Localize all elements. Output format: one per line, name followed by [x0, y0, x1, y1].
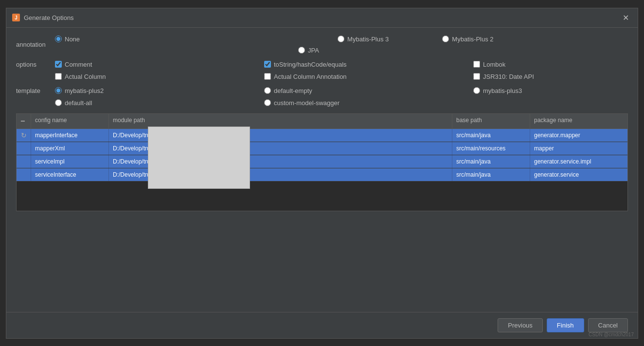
- package-name-cell: mapper: [530, 142, 627, 155]
- config-table: − config name module path base path pack…: [16, 113, 628, 211]
- option-lombok[interactable]: Lombok: [473, 61, 619, 68]
- template-row: template mybatis-plus2 default-empty myb…: [16, 87, 628, 107]
- title-bar-left: J Generate Options: [12, 14, 74, 21]
- option-lombok-checkbox[interactable]: [473, 61, 480, 68]
- template-default-all[interactable]: default-all: [55, 99, 250, 107]
- annotation-none-label: None: [65, 36, 80, 43]
- option-actual-column-annotation[interactable]: Actual Column Annotation: [264, 73, 459, 80]
- option-tostring[interactable]: toString/hashCode/equals: [264, 61, 459, 68]
- annotation-mybatisplus2-label: Mybatis-Plus 2: [452, 36, 493, 43]
- annotation-mybatisplus3-option[interactable]: Mybatis-Plus 3: [338, 36, 389, 43]
- annotation-options: None Mybatis-Plus 3 Mybatis-Plus 2 JPA: [55, 36, 628, 54]
- table-row[interactable]: serviceImpl D:/Develop/trunk.../java/com…: [17, 155, 627, 168]
- annotation-row: annotation None Mybatis-Plus 3 Mybatis-P…: [16, 36, 628, 54]
- watermark: CSDN @cmdch2017: [589, 332, 634, 337]
- option-lombok-label: Lombok: [483, 61, 505, 68]
- table-header-base-path: base path: [452, 114, 530, 128]
- options-label: options: [16, 61, 55, 68]
- options-checkboxes: Comment toString/hashCode/equals Lombok: [55, 61, 634, 80]
- refresh-icon: ↻: [21, 131, 27, 139]
- config-name-cell: serviceInterface: [31, 168, 109, 181]
- base-path-cell: src/main/resources: [452, 142, 530, 155]
- options-row: options Comment toString/hashCode/equals: [16, 61, 628, 80]
- options-row-1: Comment toString/hashCode/equals Lombok: [55, 61, 634, 68]
- table-header: − config name module path base path pack…: [17, 114, 627, 129]
- option-jsr310-checkbox[interactable]: [473, 73, 480, 80]
- option-actual-column[interactable]: Actual Column: [55, 73, 250, 80]
- previous-button[interactable]: Previous: [498, 318, 543, 332]
- base-path-cell: src/main/java: [452, 129, 530, 142]
- option-actual-column-annotation-label: Actual Column Annotation: [274, 73, 347, 80]
- table-empty-area: [17, 182, 627, 211]
- row-icon-cell: [17, 168, 31, 181]
- template-default-empty-label: default-empty: [274, 87, 312, 94]
- options-row-2: Actual Column Actual Column Annotation J…: [55, 73, 634, 80]
- template-mybatisplus3[interactable]: mybatis-plus3: [473, 87, 619, 94]
- finish-button[interactable]: Finish: [547, 318, 584, 332]
- template-default-empty[interactable]: default-empty: [264, 87, 459, 94]
- option-comment-label: Comment: [65, 61, 92, 68]
- template-default-all-label: default-all: [65, 99, 92, 107]
- dialog-footer: Previous Finish Cancel: [6, 312, 638, 338]
- template-mybatisplus3-radio[interactable]: [473, 87, 480, 94]
- annotation-mybatisplus3-label: Mybatis-Plus 3: [347, 36, 389, 43]
- table-header-config-name: config name: [31, 114, 109, 128]
- package-name-cell: generator.service.impl: [530, 155, 627, 168]
- table-header-icon: −: [17, 114, 31, 128]
- option-comment-checkbox[interactable]: [55, 61, 62, 68]
- template-custom-model-swagger-label: custom-model-swagger: [274, 99, 340, 107]
- table-row[interactable]: serviceInterface D:/Develop/trunk.../jav…: [17, 168, 627, 182]
- option-actual-column-annotation-checkbox[interactable]: [264, 73, 271, 80]
- base-path-cell: src/main/java: [452, 168, 530, 181]
- option-jsr310-label: JSR310: Date API: [483, 73, 534, 80]
- dialog-content: annotation None Mybatis-Plus 3 Mybatis-P…: [6, 28, 638, 312]
- cancel-button[interactable]: Cancel: [588, 318, 628, 332]
- template-options: mybatis-plus2 default-empty mybatis-plus…: [55, 87, 634, 107]
- option-actual-column-label: Actual Column: [65, 73, 106, 80]
- minus-icon: −: [20, 117, 25, 125]
- generate-options-dialog: J Generate Options ✕ annotation None Myb…: [6, 8, 638, 339]
- template-mybatisplus3-label: mybatis-plus3: [483, 87, 522, 94]
- template-default-all-radio[interactable]: [55, 99, 62, 106]
- table-row[interactable]: mapperXml D:/Develop/trunk.../java/com-x…: [17, 142, 627, 155]
- config-name-cell: mapperXml: [31, 142, 109, 155]
- template-row-2: default-all custom-model-swagger: [55, 99, 634, 107]
- template-row-1: mybatis-plus2 default-empty mybatis-plus…: [55, 87, 634, 94]
- table-header-package-name: package name: [530, 114, 627, 128]
- template-mybatisplus2[interactable]: mybatis-plus2: [55, 87, 250, 94]
- config-name-cell: serviceImpl: [31, 155, 109, 168]
- option-tostring-label: toString/hashCode/equals: [274, 61, 347, 68]
- table-body: ↻ mapperInterface D:/Develop/trunk /java…: [17, 129, 627, 211]
- annotation-jpa-radio[interactable]: [298, 47, 305, 54]
- module-path-overlay: [148, 127, 250, 189]
- annotation-mybatisplus3-radio[interactable]: [338, 36, 344, 42]
- config-name-cell: mapperInterface: [31, 129, 109, 142]
- row-icon-cell: ↻: [17, 129, 31, 142]
- option-actual-column-checkbox[interactable]: [55, 73, 62, 80]
- app-icon: J: [12, 14, 20, 21]
- template-label: template: [16, 87, 55, 94]
- template-custom-model-swagger[interactable]: custom-model-swagger: [264, 99, 459, 107]
- annotation-jpa-label: JPA: [308, 47, 319, 54]
- annotation-mybatisplus2-option[interactable]: Mybatis-Plus 2: [442, 36, 493, 43]
- base-path-cell: src/main/java: [452, 155, 530, 168]
- template-default-empty-radio[interactable]: [264, 87, 271, 94]
- table-row[interactable]: ↻ mapperInterface D:/Develop/trunk /java…: [17, 129, 627, 142]
- row-icon-cell: [17, 142, 31, 155]
- package-name-cell: generator.service: [530, 168, 627, 181]
- template-mybatisplus2-label: mybatis-plus2: [65, 87, 104, 94]
- template-mybatisplus2-radio[interactable]: [55, 87, 62, 94]
- annotation-mybatisplus2-radio[interactable]: [442, 36, 449, 42]
- title-bar: J Generate Options ✕: [6, 8, 638, 28]
- annotation-none-option[interactable]: None: [55, 36, 80, 43]
- option-tostring-checkbox[interactable]: [264, 61, 271, 68]
- option-comment[interactable]: Comment: [55, 61, 250, 68]
- row-icon-cell: [17, 155, 31, 168]
- annotation-none-radio[interactable]: [55, 36, 62, 42]
- close-button[interactable]: ✕: [620, 12, 632, 23]
- package-name-cell: generator.mapper: [530, 129, 627, 142]
- template-custom-model-swagger-radio[interactable]: [264, 99, 271, 106]
- annotation-jpa-option[interactable]: JPA: [298, 47, 319, 54]
- option-jsr310[interactable]: JSR310: Date API: [473, 73, 619, 80]
- dialog-title: Generate Options: [24, 14, 74, 21]
